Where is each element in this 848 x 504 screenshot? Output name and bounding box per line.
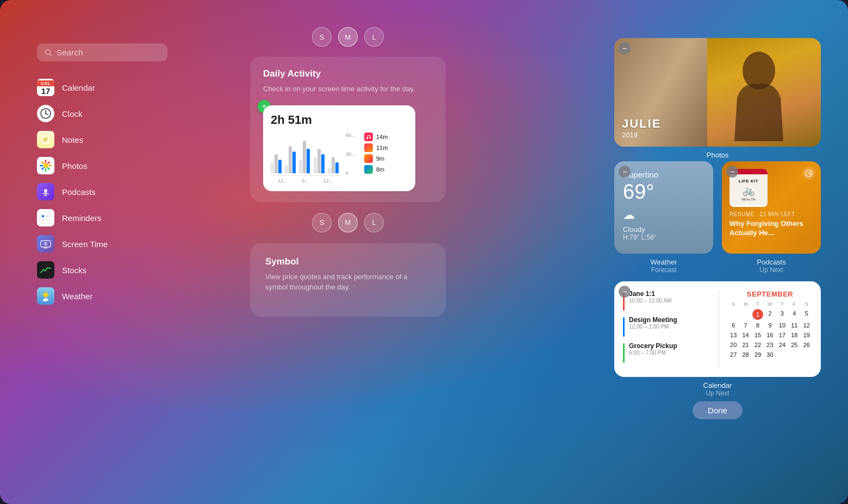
- svg-point-33: [43, 293, 48, 297]
- sidebar-label-podcasts: Podcasts: [62, 187, 96, 197]
- event-title-3: Grocery Pickup: [629, 342, 677, 350]
- calendar-widget-container: − Jane 1:1 10:00 – 11:00 AM Design: [614, 281, 821, 377]
- symbol-desc: View price quotes and track performance …: [265, 272, 431, 293]
- photos-person: [697, 38, 821, 147]
- weather-label-container: Weather Forecast: [614, 258, 713, 274]
- screentime-widget: 2h 51m: [263, 105, 415, 191]
- life-kit-title: LIFE KIT: [739, 179, 758, 184]
- day-header-6: S: [801, 301, 812, 307]
- cal-day-2: 2: [764, 309, 775, 320]
- cal-day-19: 19: [801, 331, 812, 339]
- search-icon: [45, 49, 52, 56]
- sidebar-item-notes[interactable]: Notes: [37, 127, 167, 153]
- sidebar-item-stocks[interactable]: Stocks: [37, 257, 167, 283]
- weather-widget-container: − Cupertino 69° ☁ Cloudy H:79° L:58°: [614, 161, 713, 254]
- sidebar-item-clock[interactable]: Clock: [37, 100, 167, 127]
- y-label-3: 0: [346, 171, 359, 176]
- day-header-5: F: [789, 301, 800, 307]
- size-btn-s-bottom[interactable]: S: [312, 213, 332, 232]
- event-bar-2: [623, 317, 625, 337]
- done-button[interactable]: Done: [693, 401, 743, 419]
- reminders-icon: [37, 209, 54, 226]
- cal-day-11: 11: [789, 321, 800, 330]
- podcasts-icon: [37, 183, 54, 200]
- legend-item-photos2: 9m: [364, 154, 408, 163]
- calendar-label: Calendar Up Next: [614, 381, 821, 397]
- weather-icon-area: ☁: [623, 208, 704, 222]
- daily-activity-title: Daily Activity: [263, 68, 433, 79]
- x-axis-labels: 12... 6... 12...: [271, 178, 340, 184]
- sidebar-label-weather: Weather: [62, 292, 92, 301]
- svg-line-16: [48, 168, 49, 169]
- sidebar-item-photos[interactable]: Photos: [37, 153, 167, 179]
- sidebar-item-podcasts[interactable]: Podcasts: [37, 179, 167, 205]
- sidebar-item-weather[interactable]: Weather: [37, 283, 167, 309]
- sidebar-label-stocks: Stocks: [62, 266, 86, 275]
- remove-podcasts-button[interactable]: −: [726, 166, 738, 178]
- cal-month-view: SEPTEMBER S M T W T F S 1: [728, 290, 812, 368]
- x-label-2: 6...: [302, 178, 309, 184]
- photos-overlay: JULIE 2019: [622, 117, 661, 139]
- day-header-1: M: [740, 301, 751, 307]
- size-btn-m-bottom[interactable]: M: [338, 213, 358, 232]
- cal-event-1: Jane 1:1 10:00 – 11:00 AM: [623, 290, 710, 311]
- photos-widget-label: Photos: [614, 151, 821, 159]
- cal-day-21: 21: [740, 341, 751, 349]
- sidebar-item-screentime[interactable]: Screen Time: [37, 231, 167, 257]
- event-title-2: Design Meeting: [629, 316, 677, 324]
- photos2-legend-icon: [364, 154, 373, 163]
- remove-calendar-button[interactable]: −: [619, 286, 631, 298]
- remove-photos-button[interactable]: −: [619, 42, 631, 54]
- size-btn-l-bottom[interactable]: L: [364, 213, 384, 232]
- size-btn-m-top[interactable]: M: [338, 27, 358, 47]
- svg-rect-26: [42, 219, 44, 221]
- cal-day-23: 23: [764, 341, 775, 349]
- safari-legend-icon: [364, 165, 373, 174]
- event-details-3: Grocery Pickup 6:00 – 7:00 PM: [629, 342, 677, 356]
- photos-person-name: JULIE: [622, 117, 661, 131]
- weather-icon: [37, 287, 54, 305]
- svg-point-5: [45, 113, 46, 114]
- cal-day-25: 25: [789, 341, 800, 349]
- cal-day-14: 14: [740, 331, 751, 339]
- weather-temp: 69°: [623, 180, 704, 204]
- daily-activity-section: Daily Activity Check in on your screen t…: [250, 56, 446, 202]
- chart-legend-row: 12... 6... 12... 60... 30... 0: [271, 133, 408, 184]
- svg-line-1: [50, 54, 52, 56]
- size-btn-l-top[interactable]: L: [364, 27, 384, 47]
- two-col-row: − Cupertino 69° ☁ Cloudy H:79° L:58° −: [614, 161, 821, 254]
- screentime-widget-preview: + 2h 51m: [263, 105, 415, 191]
- event-time-1: 10:00 – 11:00 AM: [629, 298, 671, 304]
- x-label-3: 12...: [323, 178, 333, 184]
- y-axis-labels: 60... 30... 0: [346, 133, 359, 184]
- podcast-share-icon[interactable]: [802, 167, 815, 180]
- podcast-title: Why Forgiving Others Actually He...: [729, 219, 813, 238]
- cal-day-9: 9: [764, 321, 775, 330]
- top-size-selector: S M L: [250, 27, 446, 47]
- cal-event-2: Design Meeting 12:00 – 1:00 PM: [623, 316, 710, 337]
- calendar-events: Jane 1:1 10:00 – 11:00 AM Design Meeting…: [623, 290, 710, 368]
- sidebar-item-calendar[interactable]: cal 17 Calendar: [37, 74, 167, 100]
- cal-days-grid: 1 2 3 4 5 6 7 8 9 10 11 12 13: [728, 309, 812, 359]
- svg-rect-24: [42, 215, 44, 217]
- clock-icon: [37, 105, 54, 122]
- event-time-3: 6:00 – 7:00 PM: [629, 350, 677, 356]
- y-label-1: 60...: [346, 133, 359, 138]
- photos-legend-icon: [364, 143, 373, 152]
- widget-labels-row: Weather Forecast Podcasts Up Next: [614, 258, 821, 274]
- svg-point-40: [743, 52, 775, 90]
- sidebar-label-reminders: Reminders: [62, 213, 102, 223]
- event-title-1: Jane 1:1: [629, 290, 671, 298]
- music-legend-icon: [364, 133, 373, 141]
- photos-widget: JULIE 2019: [614, 38, 821, 147]
- search-bar[interactable]: Search: [37, 43, 167, 61]
- sidebar-item-reminders[interactable]: Reminders: [37, 205, 167, 231]
- cal-day-13: 13: [728, 331, 739, 339]
- remove-weather-button[interactable]: −: [619, 166, 631, 178]
- event-bar-3: [623, 343, 625, 363]
- size-btn-s-top[interactable]: S: [312, 27, 332, 47]
- podcasts-sub-label: Up Next: [722, 266, 821, 274]
- chart-legend: 14m 11m 9m: [364, 133, 408, 184]
- podcasts-label-container: Podcasts Up Next: [722, 258, 821, 274]
- cal-day-20: 20: [728, 341, 739, 349]
